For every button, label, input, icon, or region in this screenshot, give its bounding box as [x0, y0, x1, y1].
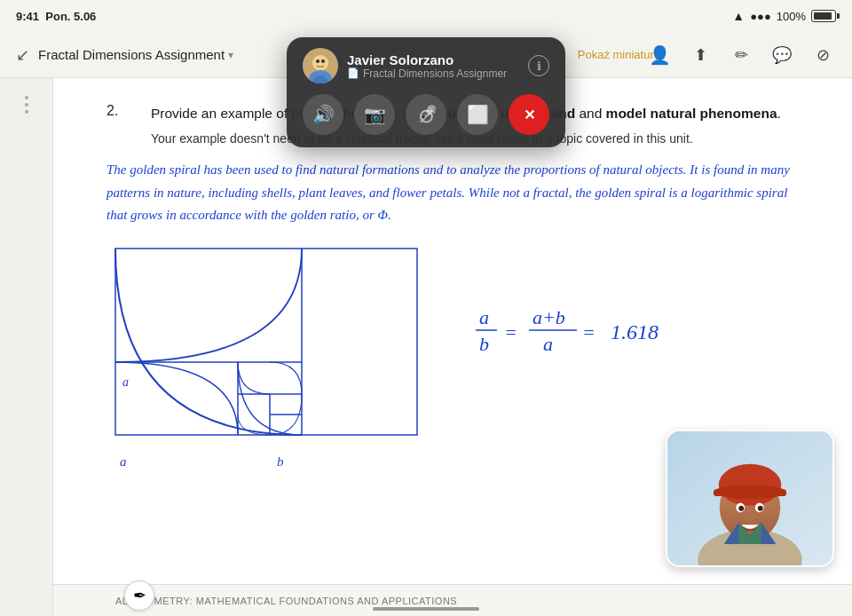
battery-icon	[811, 10, 836, 22]
bottom-label: AL GEOMETRY: MATHEMATICAL FOUNDATIONS AN…	[115, 596, 457, 606]
wifi-icon: ▲	[732, 9, 745, 23]
status-bar: 9:41 Pon. 5.06 ▲ ●●● 100%	[0, 0, 852, 32]
svg-point-20	[312, 55, 328, 71]
thumbnails-button[interactable]: Pokaż miniatury	[605, 42, 632, 68]
contact-info: Javier Solorzano 📄 Fractal Dimensions As…	[347, 52, 519, 80]
question-number: 2.	[106, 103, 133, 148]
svg-point-36	[746, 515, 754, 522]
svg-text:a+b: a+b	[532, 306, 565, 328]
screen-share-button[interactable]: ⬜	[457, 94, 498, 135]
chevron-down-icon[interactable]: ▾	[228, 49, 233, 61]
status-day: Pon. 5.06	[45, 10, 96, 23]
toolbar-right: Pokaż miniatury 👤 ⬆ ✏ 💬 ⊘	[605, 42, 836, 68]
bottom-bar: ✒ AL GEOMETRY: MATHEMATICAL FOUNDATIONS …	[53, 584, 852, 616]
edit-icon: ⊘	[816, 45, 830, 65]
end-call-button[interactable]: ✕	[509, 94, 549, 135]
svg-text:=: =	[582, 321, 596, 344]
person-svg	[667, 431, 832, 565]
document-title: Fractal Dimensions Assignment ▾	[38, 47, 233, 62]
status-right: ▲ ●●● 100%	[732, 9, 836, 23]
video-button[interactable]: 📷	[354, 94, 395, 135]
fibonacci-spiral-svg: a a b	[106, 240, 435, 484]
comment-icon: 💬	[772, 45, 792, 65]
svg-text:=: =	[504, 321, 517, 344]
share-button[interactable]: ⬆	[687, 42, 714, 68]
question-end: .	[777, 106, 781, 121]
speaker-button[interactable]: 🔊	[303, 94, 343, 135]
contact-subtitle: 📄 Fractal Dimensions Assignmer	[347, 67, 519, 80]
people-icon-button[interactable]: 👤	[646, 42, 673, 68]
svg-point-29	[719, 464, 781, 506]
pencil-icon: ✒	[133, 586, 146, 605]
home-indicator	[373, 607, 479, 611]
signal-icon: ●●●	[750, 10, 771, 23]
mute-button[interactable]: 🎤 ⌀	[406, 94, 446, 135]
svg-rect-31	[714, 489, 786, 496]
pencil-tool-button[interactable]: ✒	[124, 580, 154, 611]
svg-rect-0	[115, 249, 417, 435]
screen-share-icon: ⬜	[467, 104, 489, 125]
contact-name: Javier Solorzano	[347, 52, 519, 67]
comment-button[interactable]: 💬	[769, 42, 795, 68]
document-icon: 📄	[347, 67, 359, 79]
self-view-person	[667, 431, 832, 565]
side-panel	[0, 78, 53, 616]
facetime-header: Javier Solorzano 📄 Fractal Dimensions As…	[303, 48, 549, 83]
self-view-camera	[666, 430, 834, 567]
speaker-icon: 🔊	[312, 104, 335, 125]
svg-point-23	[321, 59, 325, 63]
battery-percent: 100%	[777, 10, 806, 23]
svg-text:b: b	[277, 454, 284, 469]
status-time-day: 9:41 Pon. 5.06	[16, 10, 96, 23]
svg-text:a: a	[120, 454, 127, 469]
share-icon: ⬆	[694, 45, 707, 65]
question-mid-text: and	[575, 106, 605, 121]
bold-text-2: model natural phenomena	[606, 106, 777, 121]
svg-text:1.618: 1.618	[611, 320, 659, 344]
end-call-icon: ✕	[524, 107, 535, 123]
people-icon: 👤	[649, 44, 671, 66]
pencil-circle-icon: ✏	[735, 45, 748, 65]
svg-text:a: a	[543, 333, 553, 355]
svg-point-34	[738, 506, 744, 511]
edit-button[interactable]: ⊘	[809, 42, 836, 68]
svg-text:a: a	[479, 306, 489, 328]
spiral-diagram: a a b	[106, 240, 435, 488]
facetime-overlay: Javier Solorzano 📄 Fractal Dimensions As…	[287, 37, 565, 147]
math-formula: a b = a+b a = 1.618	[470, 240, 683, 378]
video-icon: 📷	[364, 104, 386, 125]
formula-svg: a b = a+b a = 1.618	[470, 293, 683, 373]
status-time: 9:41	[16, 10, 39, 23]
side-dots	[25, 96, 28, 114]
facetime-info-button[interactable]: ℹ	[528, 55, 549, 76]
microphone-icon: 🎤 ⌀	[415, 104, 438, 125]
contact-avatar	[303, 48, 338, 83]
facetime-controls: 🔊 📷 🎤 ⌀ ⬜ ✕	[303, 94, 549, 135]
svg-point-22	[316, 59, 320, 63]
svg-text:b: b	[479, 333, 489, 355]
handwritten-answer: The golden spiral has been used to find …	[106, 159, 808, 227]
svg-text:a: a	[122, 375, 129, 389]
collapse-icon[interactable]: ↙	[16, 45, 29, 65]
svg-point-35	[758, 506, 763, 511]
markup-button[interactable]: ✏	[728, 42, 754, 68]
